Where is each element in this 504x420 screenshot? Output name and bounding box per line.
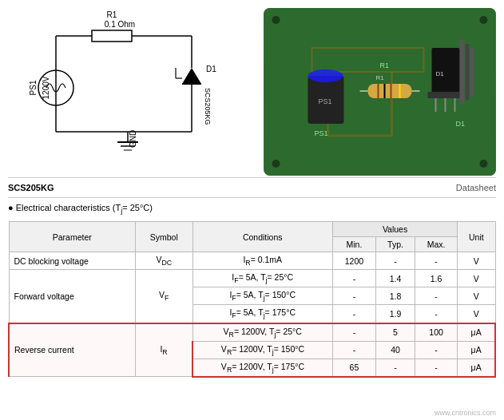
circuit-photo: PS1 R1 D1 bbox=[264, 8, 496, 176]
max-rc2: - bbox=[415, 341, 457, 359]
min-dc: 1200 bbox=[332, 252, 375, 270]
svg-rect-34 bbox=[428, 92, 464, 98]
header-row: SCS205KG Datasheet bbox=[0, 180, 504, 196]
svg-rect-40 bbox=[466, 44, 470, 100]
col-values: Values bbox=[332, 222, 457, 237]
typ-fv1: 1.4 bbox=[376, 270, 415, 287]
svg-rect-41 bbox=[470, 48, 474, 96]
svg-point-23 bbox=[308, 69, 343, 82]
col-symbol: Symbol bbox=[136, 222, 193, 252]
table-row: DC blocking voltage VDC IR= 0.1mA 1200 -… bbox=[9, 252, 495, 270]
svg-point-19 bbox=[480, 16, 488, 24]
part-number: SCS205KG bbox=[8, 183, 54, 192]
elec-characteristics-header: ● Electrical characteristics (Tj= 25°C) bbox=[0, 200, 504, 218]
cond-fv1: IF= 5A, Tj= 25°C bbox=[192, 270, 332, 287]
min-rc1: - bbox=[332, 323, 375, 342]
col-max: Max. bbox=[415, 237, 457, 252]
divider-1 bbox=[8, 177, 496, 178]
sym-vf: VF bbox=[136, 270, 193, 323]
circuit-svg: R1 0.1 Ohm PS1 1200V bbox=[8, 8, 248, 172]
cond-rc1: VR= 1200V, Tj= 25°C bbox=[192, 323, 332, 342]
max-fv2: - bbox=[415, 287, 457, 305]
svg-text:R1: R1 bbox=[380, 61, 390, 69]
max-fv1: 1.6 bbox=[415, 270, 457, 287]
ps1-label: PS1 bbox=[29, 80, 38, 95]
max-rc1: 100 bbox=[415, 323, 457, 342]
unit-rc1: μA bbox=[458, 323, 495, 342]
electrical-table: Parameter Symbol Conditions Values Unit … bbox=[8, 221, 496, 378]
table-head: Parameter Symbol Conditions Values Unit … bbox=[9, 222, 495, 252]
min-fv3: - bbox=[332, 305, 375, 323]
max-dc: - bbox=[415, 252, 457, 270]
svg-point-18 bbox=[272, 16, 280, 24]
unit-fv3: V bbox=[458, 305, 495, 323]
divider-2 bbox=[8, 197, 496, 198]
min-fv1: - bbox=[332, 270, 375, 287]
svg-text:R1: R1 bbox=[376, 74, 385, 81]
col-parameter: Parameter bbox=[9, 222, 136, 252]
page-wrapper: R1 0.1 Ohm PS1 1200V bbox=[0, 0, 504, 378]
watermark: www.cntronics.com bbox=[435, 409, 496, 417]
min-rc2: - bbox=[332, 341, 375, 359]
svg-text:PS1: PS1 bbox=[319, 97, 332, 105]
doc-type: Datasheet bbox=[456, 183, 496, 192]
r1-value: 0.1 Ohm bbox=[105, 20, 135, 29]
cond-rc2: VR= 1200V, Tj= 150°C bbox=[192, 341, 332, 359]
param-forward-voltage: Forward voltage bbox=[9, 270, 136, 323]
ps1-value: 1200V bbox=[42, 76, 50, 99]
table-row: Forward voltage VF IF= 5A, Tj= 25°C - 1.… bbox=[9, 270, 495, 287]
pcb-svg: PS1 R1 D1 bbox=[264, 8, 496, 176]
svg-point-21 bbox=[480, 160, 488, 168]
unit-dc: V bbox=[458, 252, 495, 270]
typ-fv2: 1.8 bbox=[376, 287, 415, 305]
sym-ir: IR bbox=[136, 323, 193, 377]
d1-label: D1 bbox=[206, 65, 216, 73]
unit-rc2: μA bbox=[458, 341, 495, 359]
typ-dc: - bbox=[376, 252, 415, 270]
table-header-row-1: Parameter Symbol Conditions Values Unit bbox=[9, 222, 495, 237]
gnd-label: GND bbox=[129, 130, 137, 148]
cond-fv3: IF= 5A, Tj= 175°C bbox=[192, 305, 332, 323]
col-min: Min. bbox=[332, 237, 375, 252]
col-conditions: Conditions bbox=[192, 222, 332, 252]
max-rc3: - bbox=[415, 359, 457, 377]
tj-subscript: j bbox=[121, 207, 122, 215]
svg-rect-39 bbox=[460, 40, 465, 104]
svg-rect-1 bbox=[92, 30, 132, 42]
cond-rc3: VR= 1200V, Tj= 175°C bbox=[192, 359, 332, 377]
svg-point-20 bbox=[272, 160, 280, 168]
min-fv2: - bbox=[332, 287, 375, 305]
col-typ: Typ. bbox=[376, 237, 415, 252]
pcb-board: PS1 R1 D1 bbox=[264, 8, 496, 176]
svg-rect-25 bbox=[368, 84, 412, 98]
d1-value: SCS205KG bbox=[204, 88, 212, 125]
col-unit: Unit bbox=[458, 222, 495, 252]
typ-rc3: - bbox=[376, 359, 415, 377]
table-body: DC blocking voltage VDC IR= 0.1mA 1200 -… bbox=[9, 252, 495, 377]
svg-text:D1: D1 bbox=[456, 120, 466, 128]
min-rc3: 65 bbox=[332, 359, 375, 377]
svg-text:D1: D1 bbox=[436, 70, 445, 77]
unit-rc3: μA bbox=[458, 359, 495, 377]
unit-fv2: V bbox=[458, 287, 495, 305]
sym-vdc: VDC bbox=[136, 252, 193, 270]
param-reverse-current: Reverse current bbox=[9, 323, 136, 377]
cond-dc: IR= 0.1mA bbox=[192, 252, 332, 270]
circuit-area: R1 0.1 Ohm PS1 1200V bbox=[0, 0, 504, 176]
typ-rc2: 40 bbox=[376, 341, 415, 359]
circuit-diagram: R1 0.1 Ohm PS1 1200V bbox=[8, 8, 256, 176]
svg-text:PS1: PS1 bbox=[315, 129, 328, 137]
max-fv3: - bbox=[415, 305, 457, 323]
param-dc-blocking: DC blocking voltage bbox=[9, 252, 136, 270]
unit-fv1: V bbox=[458, 270, 495, 287]
cond-fv2: IF= 5A, Tj= 150°C bbox=[192, 287, 332, 305]
typ-rc1: 5 bbox=[376, 323, 415, 342]
table-row-highlight-first: Reverse current IR VR= 1200V, Tj= 25°C -… bbox=[9, 323, 495, 342]
svg-marker-12 bbox=[182, 68, 201, 84]
r1-label: R1 bbox=[107, 10, 117, 19]
typ-fv3: 1.9 bbox=[376, 305, 415, 323]
